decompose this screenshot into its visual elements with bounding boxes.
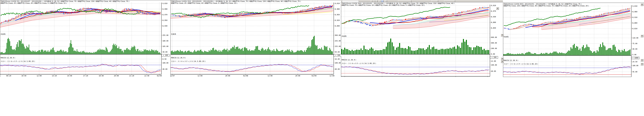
volume-bars (0, 38, 160, 54)
stoch-pane-label: スロー・ストキャスティクス( 14, 3, 80, 20 ) (504, 63, 538, 65)
dropdown-arrow-button[interactable]: ▼ (501, 60, 504, 63)
candlestick-chart-canvas[interactable]: 9,0108,9608,9108,8608,810110.0075.0040.0… (503, 3, 644, 77)
y-axis-tick-label: 16.00 (335, 58, 340, 60)
volume-pane-label: 出来高 (504, 36, 508, 38)
dropdown-arrow-button[interactable]: ▼ (640, 35, 644, 37)
y-axis-tick-label: 360.00 (335, 34, 341, 36)
x-axis-tick-label: 10:40 (22, 75, 26, 77)
gridlines (341, 4, 490, 76)
candlestick-chart-canvas[interactable]: 9,0108,9708,9308,8908,850600.00400.00200… (341, 2, 503, 77)
ichimoku-cloud (542, 13, 631, 30)
y-axis-tick-label: 100.00 (491, 64, 497, 66)
y-axis-tick-label: 180.00 (162, 40, 168, 42)
y-axis-tick-label: 45.00 (632, 71, 637, 73)
dropdown-arrow-button[interactable]: ▼ (640, 3, 644, 6)
chart-window-60min: 9,0108,9608,9108,8608,810110.0075.0040.0… (503, 3, 644, 77)
chart-title-line2: 移動平均( Close, 75 ) 移動平均( Close, 25 ) 移動平均… (342, 4, 425, 6)
y-axis-tick-label: 100.00 (632, 65, 638, 66)
x-axis-tick-label: 12:00 (37, 75, 42, 77)
y-axis-tick-label: 8,930 (162, 25, 168, 27)
x-axis-tick-label: 20:00 (295, 75, 300, 77)
y-axis-tick-label: 5.00 (632, 54, 636, 56)
x-axis-tick-label: 12:00 (330, 75, 334, 77)
x-axis-tick-label: 09:20 (6, 75, 11, 77)
y-axis-tick-label: 9,010 (632, 5, 637, 7)
y-axis-tick-label: 24.50 (632, 61, 637, 63)
x-axis-tick-label: 17:20 (83, 75, 88, 77)
y-axis-tick-label: 8,930 (491, 16, 496, 18)
stoch-pane-label: スロー・ストキャスティクス( 14, 3, 80, 20 ) (342, 62, 376, 64)
chart-workspace: 9,0108,9908,9708,9508,930255.00180.00105… (0, 0, 644, 116)
ichimoku-cloud (0, 10, 160, 27)
chart-title-line2: 移動平均( Close, 25 ) 移動平均( Close, 20 ) 移動平均… (0, 2, 67, 4)
macd-pane-label: MACD( 12, 26, 9 ) (504, 59, 518, 61)
y-axis-tick-label: 75.00 (632, 43, 637, 45)
chart-window-15min: 9,0108,9808,9508,9208,890360.00255.00155… (170, 0, 341, 77)
y-axis: 9,0108,9808,9508,9208,890360.00255.00155… (334, 2, 341, 74)
y-axis-tick-label: 200.00 (491, 48, 497, 50)
volume-multiplier-badge: × 100 (334, 54, 341, 57)
candles-series (341, 7, 489, 26)
y-axis-tick-label: 8.50 (162, 58, 166, 60)
y-axis: 9,0108,9708,9308,8908,850600.00400.00200… (490, 4, 497, 76)
y-axis-tick-label: 22.00 (491, 60, 496, 62)
x-axis: 02/0712:0020:0002/0812:0020:0002/0912:00 (171, 74, 334, 77)
volume-bars (171, 36, 333, 54)
y-axis-tick-label: 8,970 (162, 14, 168, 16)
y-axis-tick-label: 8,950 (335, 14, 340, 16)
y-axis-tick-label: 400.00 (491, 42, 497, 44)
stochastics-lines (0, 64, 161, 73)
dropdown-arrow-button[interactable]: ▼ (640, 63, 644, 65)
candles-series (171, 5, 333, 18)
dropdown-arrow-button[interactable]: ▼ (501, 58, 504, 60)
y-axis-tick-label: 600.00 (491, 36, 497, 38)
x-axis-tick-label: 20:00 (225, 75, 230, 77)
y-axis-tick-label: 8,850 (491, 27, 496, 29)
candlestick-chart-canvas[interactable]: 9,0108,9808,9508,9208,890360.00255.00155… (171, 0, 341, 77)
macd-pane-label: MACD( 12, 26, 9 ) (171, 57, 186, 59)
candlestick-chart-canvas[interactable]: 9,0108,9908,9708,9508,930255.00180.00105… (0, 0, 171, 77)
y-axis: 9,0108,9908,9708,9508,930255.00180.00105… (161, 2, 168, 74)
y-axis-tick-label: 8,960 (632, 11, 637, 13)
volume-bars (504, 43, 630, 56)
chart-title-line2: 移動平均( Close, 150 ) 移動平均( Close, 40 ) 移動平… (504, 5, 589, 7)
y-axis-tick-label: 30.00 (162, 51, 168, 53)
dropdown-arrow-button[interactable]: ▼ (640, 59, 644, 61)
x-axis-tick-label: 22:40 (144, 75, 149, 77)
y-axis-tick-label: 155.00 (335, 45, 341, 47)
volume-pane-label: 出来高 (342, 35, 346, 37)
y-axis-tick-label: 255.00 (162, 34, 168, 36)
stochastics-lines (503, 66, 631, 75)
x-axis-tick-label: 12:00 (198, 75, 202, 77)
stochastics-lines (341, 67, 490, 75)
dropdown-arrow-button[interactable]: ▼ (501, 34, 504, 36)
volume-bars (341, 39, 489, 54)
y-axis-tick-label: 100.00 (335, 62, 341, 64)
x-axis-tick-label: 14:40 (67, 75, 72, 77)
y-axis-tick-label: 40.00 (162, 68, 168, 70)
dropdown-arrow-button[interactable]: ▼ (496, 7, 499, 10)
volume-multiplier-badge: × 100 (490, 56, 498, 58)
y-axis-tick-label: 8,860 (632, 22, 637, 24)
stoch-pane-label: スロー・ストキャスティクス( 14, 3, 80, 20 ) (171, 60, 206, 62)
y-axis-tick-label: 8,890 (491, 21, 496, 23)
y-axis: 9,0108,9608,9108,8608,810110.0075.0040.0… (631, 5, 638, 77)
y-axis-tick-label: 40.00 (491, 70, 496, 72)
x-axis: 02/0210:0016:0002/0610:0016:0002/0810:00… (503, 77, 631, 77)
volume-pane-label: 出来高 (171, 33, 176, 35)
x-axis-tick-label: 13:20 (52, 75, 57, 77)
macd-pane-label: MACD( 12, 26, 9 ) (0, 57, 15, 59)
volume-multiplier-badge: × 100 (162, 54, 170, 57)
volume-pane-label: 出来高 (0, 33, 6, 35)
x-axis: 09:2010:4012:0013:2014:4017:2018:4020:00… (0, 74, 162, 77)
stoch-pane-label: スロー・ストキャスティクス( 14, 3, 80, 20 ) (0, 60, 35, 62)
x-axis-tick-label: 12:00 (268, 75, 272, 77)
x-axis-tick-label: 02/09 (312, 75, 316, 77)
y-axis-tick-label: 8,980 (335, 8, 340, 10)
y-axis-tick-label: 9,010 (491, 4, 496, 6)
y-axis-tick-label: 8,810 (632, 28, 637, 30)
y-axis-tick-label: 8,990 (162, 8, 168, 10)
y-axis-tick-label: 8,910 (632, 16, 637, 18)
y-axis-tick-label: 8,890 (335, 25, 340, 27)
x-axis: 02/0302/0402/0702/0802/09 (341, 76, 490, 77)
